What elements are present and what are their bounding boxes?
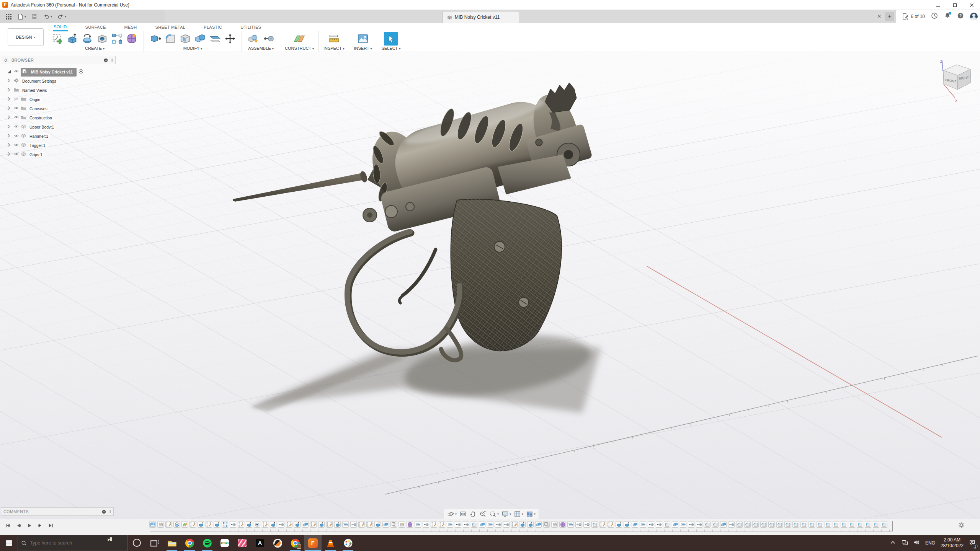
display-settings-nav-icon[interactable]: ▾: [501, 510, 511, 518]
timeline-feature-offset[interactable]: [543, 521, 550, 528]
timeline-feature-fillet[interactable]: [664, 521, 670, 528]
timeline-feature-extrude[interactable]: [294, 521, 301, 528]
taskbar-app-fusion-360[interactable]: F: [304, 535, 322, 551]
combine-tool-icon[interactable]: [193, 32, 207, 46]
timeline-feature-extrude[interactable]: [334, 521, 341, 528]
timeline-feature-fillet[interactable]: [776, 521, 783, 528]
ribbon-tab-plastic[interactable]: PLASTIC: [203, 24, 223, 31]
taskbar-app-file-explorer[interactable]: [163, 535, 181, 551]
timeline-feature-split[interactable]: [640, 521, 646, 528]
joint-tool-icon[interactable]: [261, 32, 275, 46]
start-button[interactable]: [0, 535, 18, 551]
panel-drag-grip[interactable]: ‖: [111, 58, 113, 62]
browser-item-document-settings[interactable]: Document Settings: [1, 77, 116, 86]
tray-volume-icon[interactable]: [913, 539, 920, 547]
timeline-feature-joint[interactable]: [455, 521, 461, 528]
timeline-feature-fillet[interactable]: [800, 521, 807, 528]
taskbar-app-swirl-app[interactable]: [269, 535, 286, 551]
group-label-modify[interactable]: MODIFY ▾: [183, 46, 203, 51]
taskbar-app-task-view[interactable]: [145, 535, 163, 551]
group-label-select[interactable]: SELECT ▾: [382, 46, 401, 51]
taskbar-app-cortana[interactable]: [128, 535, 145, 551]
timeline-feature-sketch[interactable]: [366, 521, 373, 528]
timeline-feature-sketch[interactable]: [511, 521, 518, 528]
taskbar-app-artstation[interactable]: A: [251, 535, 269, 551]
move-copy-tool-icon[interactable]: [223, 32, 237, 46]
timeline-feature-pattern[interactable]: [222, 521, 228, 528]
timeline-feature-joint[interactable]: [230, 521, 236, 528]
split-body-tool-icon[interactable]: [208, 32, 222, 46]
visibility-eye-icon[interactable]: [13, 114, 19, 122]
timeline-feature-sketch[interactable]: [599, 521, 606, 528]
help-icon[interactable]: ?: [957, 12, 964, 21]
visibility-eye-icon[interactable]: [13, 142, 19, 149]
timeline-feature-combine[interactable]: [672, 521, 678, 528]
tray-language[interactable]: ENG: [925, 540, 935, 546]
extrude-tool-icon[interactable]: [65, 32, 79, 46]
timeline-feature-fillet[interactable]: [591, 521, 598, 528]
timeline-feature-split[interactable]: [567, 521, 574, 528]
timeline-feature-sketch[interactable]: [206, 521, 212, 528]
tray-network-icon[interactable]: [902, 539, 908, 547]
expand-caret-icon[interactable]: [6, 114, 12, 122]
ribbon-tab-solid[interactable]: SOLID: [53, 23, 68, 31]
timeline-feature-split[interactable]: [447, 521, 453, 528]
browser-panel-header[interactable]: BROWSER ‖: [1, 56, 116, 64]
timeline-feature-sketch[interactable]: [238, 521, 244, 528]
timeline-feature-split[interactable]: [680, 521, 686, 528]
timeline-feature-combine[interactable]: [479, 521, 485, 528]
grips-part[interactable]: [451, 199, 562, 351]
ribbon-tab-sheet-metal[interactable]: SHEET METAL: [155, 24, 186, 31]
timeline-ruler[interactable]: [150, 530, 893, 532]
close-tab-icon[interactable]: ✕: [876, 13, 883, 20]
expand-caret-icon[interactable]: [6, 105, 12, 112]
timeline-feature-extrude[interactable]: [318, 521, 325, 528]
timeline-feature-combine[interactable]: [302, 521, 309, 528]
timeline-feature-combine[interactable]: [382, 521, 389, 528]
document-tab[interactable]: MIB Noisy Cricket v11: [443, 11, 519, 23]
search-highlight-art[interactable]: [107, 536, 127, 551]
timeline-feature-split[interactable]: [342, 521, 349, 528]
browser-item-grips-1[interactable]: Grips:1: [1, 150, 116, 159]
timeline-feature-fillet[interactable]: [817, 521, 823, 528]
timeline-feature-extrude[interactable]: [624, 521, 630, 528]
design-workspace-menu[interactable]: DESIGN▾: [8, 28, 44, 46]
timeline-feature-extrude[interactable]: [374, 521, 381, 528]
timeline-feature-sketch[interactable]: [608, 521, 614, 528]
press-pull-tool-icon[interactable]: [149, 32, 162, 46]
job-status-button[interactable]: 6 of 10: [902, 13, 925, 20]
comments-drag-grip[interactable]: ‖: [109, 510, 111, 514]
gun-model[interactable]: [233, 83, 593, 360]
timeline-feature-fillet[interactable]: [865, 521, 871, 528]
timeline-feature-extrude[interactable]: [616, 521, 622, 528]
expand-caret-icon[interactable]: [6, 87, 12, 94]
visibility-eye-icon[interactable]: [13, 133, 19, 140]
timeline-feature-joint[interactable]: [278, 521, 284, 528]
app-grid-icon[interactable]: [5, 13, 12, 20]
expand-caret-icon[interactable]: [6, 68, 12, 76]
timeline-feature-fillet[interactable]: [471, 521, 477, 528]
expand-caret-icon[interactable]: [6, 78, 12, 85]
activate-component-radio[interactable]: [78, 68, 84, 76]
select-tool-icon[interactable]: [384, 32, 398, 46]
browser-item-construction[interactable]: Construction: [1, 113, 116, 122]
timeline-feature-combine[interactable]: [632, 521, 638, 528]
timeline-feature-extrude[interactable]: [519, 521, 526, 528]
browser-item-upper-body-1[interactable]: Upper Body:1: [1, 122, 116, 132]
timeline-feature-fillet[interactable]: [736, 521, 743, 528]
collapse-panel-icon[interactable]: [3, 58, 8, 63]
timeline-feature-split[interactable]: [487, 521, 493, 528]
browser-item-hammer-1[interactable]: Hammer:1: [1, 132, 116, 141]
pan-nav-icon[interactable]: [469, 510, 477, 518]
save-icon[interactable]: [31, 13, 38, 20]
timeline-feature-canvas[interactable]: [149, 521, 156, 528]
viewport-canvas[interactable]: BROWSER ‖ MIB Noisy Cricket v11Document …: [0, 52, 980, 519]
timeline-feature-fillet[interactable]: [841, 521, 847, 528]
timeline-feature-form[interactable]: [399, 521, 405, 528]
minimize-button[interactable]: [929, 0, 946, 10]
step-back-button[interactable]: [15, 522, 22, 529]
revolve-tool-icon[interactable]: [80, 32, 94, 46]
ribbon-tab-mesh[interactable]: MESH: [124, 24, 138, 31]
group-label-inspect[interactable]: INSPECT ▾: [323, 46, 345, 51]
timeline-feature-fillet[interactable]: [808, 521, 815, 528]
